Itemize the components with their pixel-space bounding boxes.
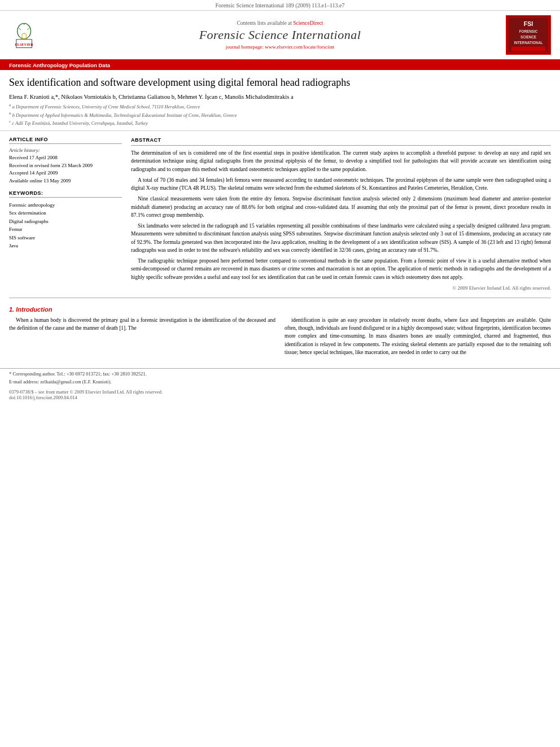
svg-rect-15 (511, 46, 545, 51)
sciencedirect-link[interactable]: ScienceDirect (293, 20, 323, 26)
affiliation-c: c c Adli Tıp Enstitüsü, Istanbul Univers… (9, 119, 551, 127)
abstract-para-1: The determination of sex is considered o… (131, 149, 551, 173)
authors-line: Elena F. Kranioti a,*, Nikolaos Vorniota… (9, 94, 551, 100)
svg-rect-7 (22, 33, 26, 38)
email-note: E-mail address: zelkaida@gmail.com (E.F.… (9, 379, 551, 386)
keyword-2: Sex determination (9, 209, 122, 217)
intro-right-col: identification is quite an easy procedur… (285, 316, 551, 359)
footer-notes: * Corresponding author. Tel.: +30 6972 0… (0, 368, 560, 404)
intro-left-para: When a human body is discovered the prim… (9, 316, 275, 333)
keywords-list: Forensic anthropology Sex determination … (9, 201, 122, 250)
abstract-text: The determination of sex is considered o… (131, 149, 551, 281)
section-bar: Forensic Anthropology Population Data (0, 60, 560, 70)
homepage-url[interactable]: www.elsevier.com/locate/forsciint (265, 44, 334, 50)
keywords-section: Keywords: Forensic anthropology Sex dete… (9, 190, 122, 250)
history-label: Article history: (9, 147, 122, 153)
affiliation-b: b b Department of Applied Informatics & … (9, 111, 551, 119)
intro-two-col: When a human body is discovered the prim… (9, 316, 551, 359)
fsi-logo-area: FSI FORENSIC SCIENCE INTERNATIONAL (500, 15, 551, 55)
intro-title: 1. Introduction (9, 306, 551, 313)
intro-left-text: When a human body is discovered the prim… (9, 316, 275, 333)
journal-citation: Forensic Science International 189 (2009… (216, 2, 345, 8)
sciencedirect-note: Contents lists available at ScienceDirec… (60, 20, 500, 26)
svg-line-5 (27, 28, 29, 30)
affiliations: a a Department of Forensic Sciences, Uni… (9, 102, 551, 127)
article-title: Sex identification and software developm… (9, 76, 551, 89)
corresponding-note: * Corresponding author. Tel.: +30 6972 0… (9, 371, 551, 378)
intro-right-para: identification is quite an easy procedur… (285, 316, 551, 356)
doi-line: doi:10.1016/j.forsciint.2009.04.014 (9, 395, 551, 400)
authors-text: Elena F. Kranioti a,*, Nikolaos Vorniota… (9, 94, 294, 100)
abstract-para-5: The radiographic technique proposed here… (131, 257, 551, 281)
abstract-para-2: A total of 70 (36 males and 34 females) … (131, 176, 551, 193)
svg-text:FORENSIC: FORENSIC (519, 29, 538, 33)
article-title-area: Sex identification and software developm… (0, 70, 560, 131)
article-info-abstract: Article Info Article history: Received 1… (0, 131, 560, 292)
available-date: Available online 13 May 2009 (9, 177, 122, 185)
svg-text:SCIENCE: SCIENCE (520, 35, 536, 39)
journal-header: ELSEVIER Contents lists available at Sci… (0, 11, 560, 60)
revised-date: Received in revised form 23 March 2009 (9, 162, 122, 170)
elsevier-logo-area: ELSEVIER (9, 20, 60, 51)
top-bar: Forensic Science International 189 (2009… (0, 0, 560, 11)
intro-left-col: When a human body is discovered the prim… (9, 316, 275, 359)
abstract-para-3: Nine classical measurements were taken f… (131, 195, 551, 219)
footer-ids: 0379-0738/$ – see front matter © 2009 El… (9, 389, 551, 400)
keywords-label: Keywords: (9, 190, 122, 198)
journal-homepage: journal homepage: www.elsevier.com/locat… (60, 44, 500, 50)
abstract-column: Abstract The determination of sex is con… (131, 137, 551, 292)
received-date: Received 17 April 2008 (9, 154, 122, 162)
article-info-label: Article Info (9, 137, 122, 144)
accepted-date: Accepted 14 April 2009 (9, 169, 122, 177)
abstract-label: Abstract (131, 137, 551, 146)
abstract-para-4: Six landmarks were selected in the radio… (131, 222, 551, 254)
svg-text:ELSEVIER: ELSEVIER (15, 42, 33, 46)
keyword-5: SIS software (9, 234, 122, 242)
keyword-4: Femur (9, 225, 122, 233)
keyword-6: Java (9, 242, 122, 250)
copyright-line: © 2009 Elsevier Ireland Ltd. All rights … (131, 285, 551, 292)
divider (9, 298, 551, 298)
keyword-1: Forensic anthropology (9, 201, 122, 209)
affiliation-a: a a Department of Forensic Sciences, Uni… (9, 102, 551, 111)
journal-center: Contents lists available at ScienceDirec… (60, 20, 500, 50)
svg-line-4 (19, 28, 21, 30)
svg-text:INTERNATIONAL: INTERNATIONAL (514, 41, 542, 45)
keyword-3: Digital radiographs (9, 217, 122, 225)
svg-text:FSI: FSI (524, 20, 533, 27)
elsevier-logo: ELSEVIER (12, 20, 57, 51)
intro-right-text: identification is quite an easy procedur… (285, 316, 551, 356)
issn-line: 0379-0738/$ – see front matter © 2009 El… (9, 389, 551, 395)
svg-point-2 (18, 23, 31, 39)
fsi-logo: FSI FORENSIC SCIENCE INTERNATIONAL (506, 15, 551, 55)
section-label: Forensic Anthropology Population Data (9, 62, 110, 68)
article-info-column: Article Info Article history: Received 1… (9, 137, 122, 292)
article-info-section: Article Info Article history: Received 1… (9, 137, 122, 185)
article-history: Article history: Received 17 April 2008 … (9, 147, 122, 185)
journal-title: Forensic Science International (60, 28, 500, 42)
introduction-section: 1. Introduction When a human body is dis… (0, 304, 560, 364)
